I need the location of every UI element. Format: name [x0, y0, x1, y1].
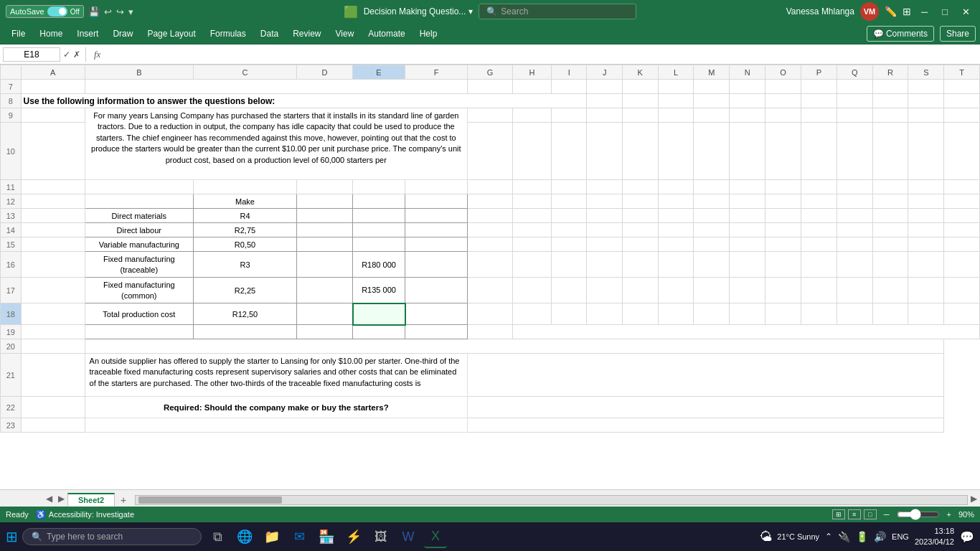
- cell-a7[interactable]: [21, 80, 85, 94]
- cell-a18[interactable]: [21, 303, 85, 325]
- cell-d17[interactable]: [296, 278, 352, 303]
- cell-n18[interactable]: [730, 303, 765, 325]
- more-options-icon[interactable]: ▾: [128, 6, 133, 17]
- cell-d14[interactable]: [296, 223, 352, 237]
- menu-help[interactable]: Help: [413, 26, 445, 42]
- cell-p11[interactable]: [801, 180, 837, 194]
- col-header-q[interactable]: Q: [837, 65, 872, 80]
- cell-o7[interactable]: [765, 80, 801, 94]
- cell-b11[interactable]: [85, 180, 193, 194]
- col-header-l[interactable]: L: [658, 65, 694, 80]
- cell-d18[interactable]: [296, 303, 352, 325]
- cell-j12[interactable]: [587, 194, 623, 209]
- cell-c14[interactable]: R2,75: [194, 223, 297, 237]
- col-header-i[interactable]: I: [552, 65, 587, 80]
- cell-m18[interactable]: [694, 303, 730, 325]
- cell-h15[interactable]: [513, 237, 552, 252]
- cell-l10[interactable]: [658, 123, 694, 180]
- col-header-e[interactable]: E: [353, 65, 405, 80]
- cell-j15[interactable]: [587, 237, 623, 252]
- cell-h9[interactable]: [513, 108, 552, 123]
- col-header-a[interactable]: A: [21, 65, 85, 80]
- menu-data[interactable]: Data: [253, 26, 286, 42]
- col-header-g[interactable]: G: [468, 65, 513, 80]
- cell-p12[interactable]: [801, 194, 837, 209]
- cell-r14[interactable]: [872, 223, 908, 237]
- cell-d16[interactable]: [296, 252, 352, 278]
- cell-n10[interactable]: [730, 123, 765, 180]
- cell-k17[interactable]: [622, 278, 658, 303]
- cell-m16[interactable]: [694, 252, 730, 278]
- cell-s15[interactable]: [908, 237, 944, 252]
- share-button[interactable]: Share: [940, 26, 976, 42]
- cell-m9[interactable]: [694, 108, 730, 123]
- cell-g11[interactable]: [468, 180, 513, 194]
- cell-m12[interactable]: [694, 194, 730, 209]
- cell-q9[interactable]: [837, 108, 872, 123]
- cell-t11[interactable]: [944, 180, 980, 194]
- cell-e12[interactable]: [353, 194, 405, 209]
- cell-c17[interactable]: R2,25: [194, 278, 297, 303]
- cell-t9[interactable]: [944, 108, 980, 123]
- cell-a23[interactable]: [21, 418, 85, 433]
- cell-c18[interactable]: R12,50: [194, 303, 297, 325]
- system-clock[interactable]: 13:18 2023/04/12: [915, 526, 954, 548]
- cell-e19[interactable]: [353, 325, 405, 339]
- zoom-minus-icon[interactable]: ─: [884, 510, 890, 519]
- taskbar-bluetooth-icon[interactable]: ⚡: [342, 525, 365, 548]
- cell-l7[interactable]: [658, 80, 694, 94]
- cell-g21-rest[interactable]: [468, 354, 944, 397]
- page-break-view-icon[interactable]: ≡: [848, 509, 861, 519]
- dropdown-arrow-icon[interactable]: ▾: [468, 6, 473, 17]
- cell-a10[interactable]: [21, 123, 85, 180]
- cell-g15[interactable]: [468, 237, 513, 252]
- cell-g13[interactable]: [468, 209, 513, 223]
- cell-i13[interactable]: [552, 209, 587, 223]
- autosave-switch[interactable]: [47, 6, 67, 17]
- cell-j17[interactable]: [587, 278, 623, 303]
- cell-r16[interactable]: [872, 252, 908, 278]
- taskbar-word-icon[interactable]: W: [397, 525, 420, 548]
- cell-q13[interactable]: [837, 209, 872, 223]
- cell-n13[interactable]: [730, 209, 765, 223]
- cell-m14[interactable]: [694, 223, 730, 237]
- cell-q10[interactable]: [837, 123, 872, 180]
- menu-view[interactable]: View: [329, 26, 362, 42]
- cell-t16[interactable]: [944, 252, 980, 278]
- cell-p17[interactable]: [801, 278, 837, 303]
- col-header-t[interactable]: T: [944, 65, 980, 80]
- cell-d13[interactable]: [296, 209, 352, 223]
- cell-r11[interactable]: [872, 180, 908, 194]
- menu-review[interactable]: Review: [286, 26, 328, 42]
- cell-o11[interactable]: [765, 180, 801, 194]
- cell-j9[interactable]: [587, 108, 623, 123]
- cell-j14[interactable]: [587, 223, 623, 237]
- cell-r12[interactable]: [872, 194, 908, 209]
- taskbar-mail-icon[interactable]: ✉: [288, 525, 311, 548]
- cell-g16[interactable]: [468, 252, 513, 278]
- normal-view-icon[interactable]: ⊞: [832, 509, 845, 519]
- cell-o14[interactable]: [765, 223, 801, 237]
- cell-f14[interactable]: [405, 223, 468, 237]
- cell-i15[interactable]: [552, 237, 587, 252]
- cell-k13[interactable]: [622, 209, 658, 223]
- cell-k12[interactable]: [622, 194, 658, 209]
- taskbar-explorer-icon[interactable]: 📁: [260, 525, 283, 548]
- taskbar-search-box[interactable]: 🔍 Type here to search: [22, 528, 202, 545]
- cell-g9[interactable]: [468, 108, 513, 123]
- cell-h17[interactable]: [513, 278, 552, 303]
- cell-d15[interactable]: [296, 237, 352, 252]
- cell-b15[interactable]: Variable manufacturing: [85, 237, 193, 252]
- cell-b7-f7[interactable]: [85, 80, 467, 94]
- cell-h12[interactable]: [513, 194, 552, 209]
- cell-k14[interactable]: [622, 223, 658, 237]
- col-header-j[interactable]: J: [587, 65, 623, 80]
- cell-q16[interactable]: [837, 252, 872, 278]
- cell-f13[interactable]: [405, 209, 468, 223]
- col-header-r[interactable]: R: [872, 65, 908, 80]
- cell-c13[interactable]: R4: [194, 209, 297, 223]
- cell-t12[interactable]: [944, 194, 980, 209]
- cell-m17[interactable]: [694, 278, 730, 303]
- cell-r17[interactable]: [872, 278, 908, 303]
- cell-f15[interactable]: [405, 237, 468, 252]
